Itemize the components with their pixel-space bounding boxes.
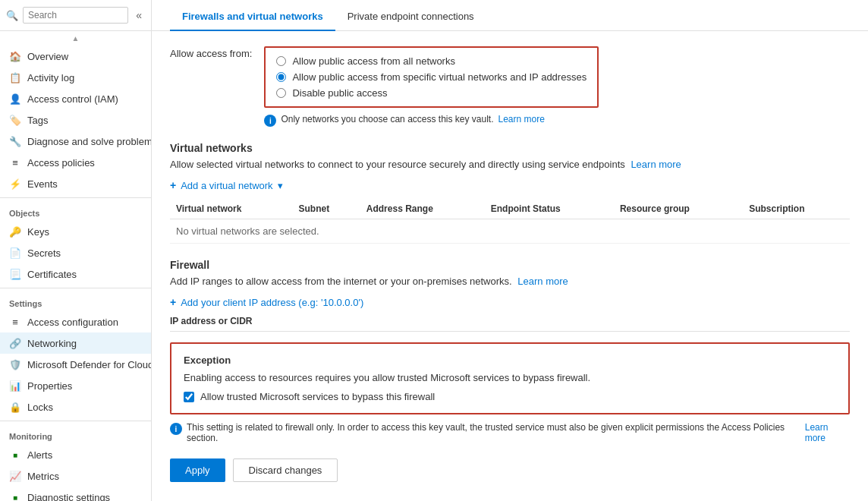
sidebar-item-alerts[interactable]: ■ Alerts	[0, 444, 151, 465]
sidebar-item-overview[interactable]: 🏠 Overview	[0, 46, 151, 67]
exception-box: Exception Enabling access to resources r…	[170, 342, 850, 414]
sidebar-item-metrics[interactable]: 📈 Metrics	[0, 465, 151, 487]
search-bar[interactable]: 🔍 «	[0, 0, 151, 31]
exception-desc: Enabling access to resources requires yo…	[184, 372, 836, 383]
activity-log-icon: 📋	[9, 71, 21, 84]
sidebar-item-label: Alerts	[27, 449, 52, 461]
firewall-learn-more-link[interactable]: Learn more	[517, 276, 568, 287]
sidebar-item-properties[interactable]: 📊 Properties	[0, 375, 151, 396]
allow-trusted-checkbox[interactable]	[184, 392, 194, 402]
sidebar-item-label: Activity log	[27, 72, 74, 84]
sidebar-item-label: Diagnose and solve problems	[27, 136, 152, 147]
sidebar-item-label: Keys	[27, 226, 49, 238]
allow-trusted-label: Allow trusted Microsoft services to bypa…	[200, 391, 435, 402]
info-icon: i	[264, 115, 276, 127]
radio-disable[interactable]: Disable public access	[276, 87, 587, 99]
col-subnet: Subnet	[292, 199, 360, 219]
sidebar-item-label: Events	[27, 178, 58, 190]
sidebar-item-label: Metrics	[27, 471, 59, 482]
sidebar-item-events[interactable]: ⚡ Events	[0, 173, 151, 194]
info-note-2: i This setting is related to firewall on…	[170, 422, 850, 443]
sidebar-item-access-config[interactable]: ≡ Access configuration	[0, 311, 151, 332]
firewall-desc: Add IP ranges to allow access from the i…	[170, 276, 850, 287]
sidebar-item-label: Tags	[27, 115, 48, 126]
access-policies-icon: ≡	[9, 156, 21, 169]
virtual-networks-title: Virtual networks	[170, 142, 850, 154]
sidebar-item-label: Microsoft Defender for Cloud	[27, 359, 152, 370]
collapse-button[interactable]: «	[133, 6, 145, 24]
radio-specific-vnets-label: Allow public access from specific virtua…	[292, 71, 587, 83]
vnet-table: Virtual network Subnet Address Range End…	[170, 199, 850, 244]
add-vnet-button[interactable]: + Add a virtual network ▾	[170, 179, 850, 191]
section-label-monitoring: Monitoring	[0, 424, 151, 444]
firewall-title: Firewall	[170, 259, 850, 271]
radio-all-networks[interactable]: Allow public access from all networks	[276, 55, 587, 67]
sidebar-item-diagnostic[interactable]: ■ Diagnostic settings	[0, 487, 151, 501]
empty-message: No virtual networks are selected.	[170, 219, 850, 244]
exception-title: Exception	[184, 354, 836, 366]
sidebar-item-label: Networking	[27, 338, 77, 349]
sidebar-item-activity-log[interactable]: 📋 Activity log	[0, 67, 151, 88]
diagnose-icon: 🔧	[9, 135, 21, 147]
access-options-box: Allow public access from all networks Al…	[264, 46, 599, 108]
col-resource: Resource group	[614, 199, 743, 219]
table-row-empty: No virtual networks are selected.	[170, 219, 850, 244]
plus-icon: +	[170, 179, 176, 191]
sidebar-item-certificates[interactable]: 📃 Certificates	[0, 263, 151, 285]
sidebar-item-secrets[interactable]: 📄 Secrets	[0, 242, 151, 263]
sidebar-item-label: Properties	[27, 380, 72, 392]
col-endpoint: Endpoint Status	[485, 199, 614, 219]
radio-disable-label: Disable public access	[292, 87, 387, 99]
tab-firewalls[interactable]: Firewalls and virtual networks	[170, 0, 335, 31]
sidebar-item-label: Access policies	[27, 157, 95, 169]
info-note-2-text: This setting is related to firewall only…	[187, 422, 797, 443]
tab-private-endpoints[interactable]: Private endpoint connections	[335, 0, 486, 31]
radio-specific-vnets[interactable]: Allow public access from specific virtua…	[276, 71, 587, 83]
discard-button[interactable]: Discard changes	[233, 458, 338, 482]
sidebar-item-label: Access control (IAM)	[27, 93, 118, 105]
sidebar-item-tags[interactable]: 🏷️ Tags	[0, 109, 151, 131]
sidebar-item-locks[interactable]: 🔒 Locks	[0, 396, 151, 417]
search-input[interactable]	[23, 7, 128, 24]
exception-checkbox-row[interactable]: Allow trusted Microsoft services to bypa…	[184, 391, 836, 402]
col-subscription: Subscription	[743, 199, 850, 219]
action-buttons: Apply Discard changes	[170, 458, 850, 497]
info-note-2-learn-more[interactable]: Learn more	[805, 422, 850, 443]
vnet-learn-more-link[interactable]: Learn more	[631, 159, 681, 170]
access-config-icon: ≡	[9, 316, 21, 328]
sidebar-item-defender[interactable]: 🛡️ Microsoft Defender for Cloud	[0, 354, 151, 375]
locks-icon: 🔒	[9, 401, 21, 413]
info-note-text: Only networks you choose can access this…	[281, 114, 493, 124]
keys-icon: 🔑	[9, 225, 21, 238]
sidebar-item-label: Secrets	[27, 247, 61, 259]
sidebar-item-keys[interactable]: 🔑 Keys	[0, 221, 151, 242]
add-ip-button[interactable]: + Add your client IP address (e.g: '10.0…	[170, 296, 850, 308]
properties-icon: 📊	[9, 380, 21, 392]
sidebar-item-access-control[interactable]: 👤 Access control (IAM)	[0, 88, 151, 109]
radio-specific-vnets-input[interactable]	[276, 72, 286, 82]
section-label-objects: Objects	[0, 201, 151, 221]
sidebar-item-label: Certificates	[27, 269, 77, 280]
info-learn-more-link[interactable]: Learn more	[498, 114, 545, 124]
certificates-icon: 📃	[9, 268, 21, 280]
metrics-icon: 📈	[9, 470, 21, 482]
sidebar-item-networking[interactable]: 🔗 Networking	[0, 332, 151, 354]
secrets-icon: 📄	[9, 247, 21, 259]
tab-bar: Firewalls and virtual networks Private e…	[152, 0, 868, 31]
sidebar-item-access-policies[interactable]: ≡ Access policies	[0, 152, 151, 173]
alerts-icon: ■	[9, 449, 21, 461]
info-icon-2: i	[170, 423, 182, 435]
access-options: Allow public access from all networks Al…	[264, 46, 599, 127]
radio-all-networks-input[interactable]	[276, 56, 286, 66]
sidebar: 🔍 « ▲ 🏠 Overview 📋 Activity log 👤 Access…	[0, 0, 152, 501]
diagnostic-icon: ■	[9, 491, 21, 501]
section-label-settings: Settings	[0, 291, 151, 311]
allow-access-label: Allow access from:	[170, 46, 252, 127]
sidebar-item-diagnose[interactable]: 🔧 Diagnose and solve problems	[0, 131, 151, 152]
tags-icon: 🏷️	[9, 114, 21, 126]
info-note: i Only networks you choose can access th…	[264, 114, 599, 127]
apply-button[interactable]: Apply	[170, 458, 225, 482]
radio-disable-input[interactable]	[276, 88, 286, 98]
plus-icon-2: +	[170, 296, 176, 308]
defender-icon: 🛡️	[9, 358, 21, 370]
